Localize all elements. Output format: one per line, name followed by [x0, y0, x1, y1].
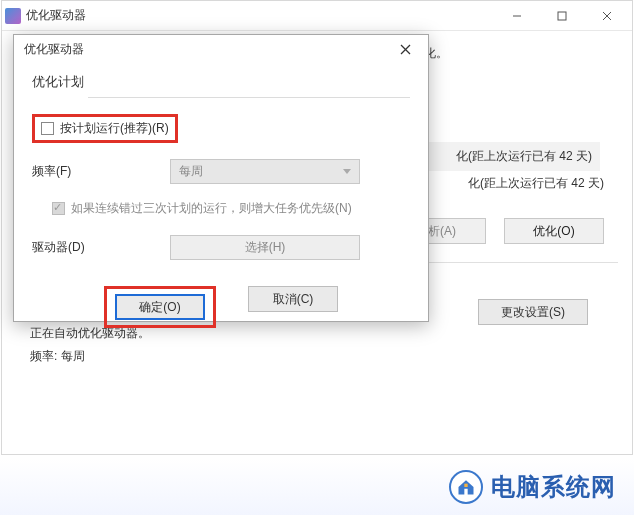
dialog-close-button[interactable]: [388, 37, 422, 61]
drive-label: 驱动器(D): [32, 239, 170, 256]
parent-title: 优化驱动器: [26, 7, 86, 24]
run-scheduled-label: 按计划运行(推荐)(R): [60, 120, 169, 137]
brand-bar: 电脑系统网: [0, 459, 634, 515]
run-scheduled-row: 按计划运行(推荐)(R): [32, 114, 410, 143]
group-header: 优化计划: [32, 73, 410, 91]
parent-titlebar: 优化驱动器: [2, 1, 632, 31]
frequency-row: 频率(F) 每周: [32, 159, 410, 184]
optimize-button[interactable]: 优化(O): [504, 218, 604, 244]
maximize-button[interactable]: [539, 1, 584, 30]
highlight-box: 按计划运行(推荐)(R): [32, 114, 178, 143]
throttle-label: 如果连续错过三次计划的运行，则增大任务优先级(N): [71, 200, 352, 217]
dialog-body: 优化计划 按计划运行(推荐)(R) 频率(F) 每周 如果连续错过三次计划的运行…: [14, 63, 428, 328]
svg-rect-6: [464, 484, 467, 487]
dialog-title: 优化驱动器: [24, 41, 84, 58]
scheduled-frequency: 频率: 每周: [30, 345, 618, 368]
minimize-button[interactable]: [494, 1, 539, 30]
ok-button[interactable]: 确定(O): [115, 294, 205, 320]
schedule-dialog: 优化驱动器 优化计划 按计划运行(推荐)(R) 频率(F) 每周 如果连续错过三…: [13, 34, 429, 322]
frequency-dropdown[interactable]: 每周: [170, 159, 360, 184]
dialog-actions: 确定(O) 取消(C): [32, 286, 410, 328]
throttle-row: 如果连续错过三次计划的运行，则增大任务优先级(N): [32, 200, 410, 217]
app-icon: [5, 8, 21, 24]
dialog-titlebar: 优化驱动器: [14, 35, 428, 63]
choose-drive-button[interactable]: 选择(H): [170, 235, 360, 260]
window-controls: [494, 1, 629, 30]
close-button[interactable]: [584, 1, 629, 30]
cancel-button[interactable]: 取消(C): [248, 286, 338, 312]
brand-logo-icon: [449, 470, 483, 504]
group-separator: [88, 97, 410, 98]
highlight-box: 确定(O): [104, 286, 216, 328]
drive-row: 驱动器(D) 选择(H): [32, 235, 410, 260]
frequency-label: 频率(F): [32, 163, 170, 180]
throttle-checkbox[interactable]: [52, 202, 65, 215]
run-scheduled-checkbox[interactable]: [41, 122, 54, 135]
change-settings-button[interactable]: 更改设置(S): [478, 299, 588, 325]
brand-text: 电脑系统网: [491, 471, 616, 503]
frequency-value: 每周: [179, 163, 203, 180]
svg-rect-1: [558, 12, 566, 20]
